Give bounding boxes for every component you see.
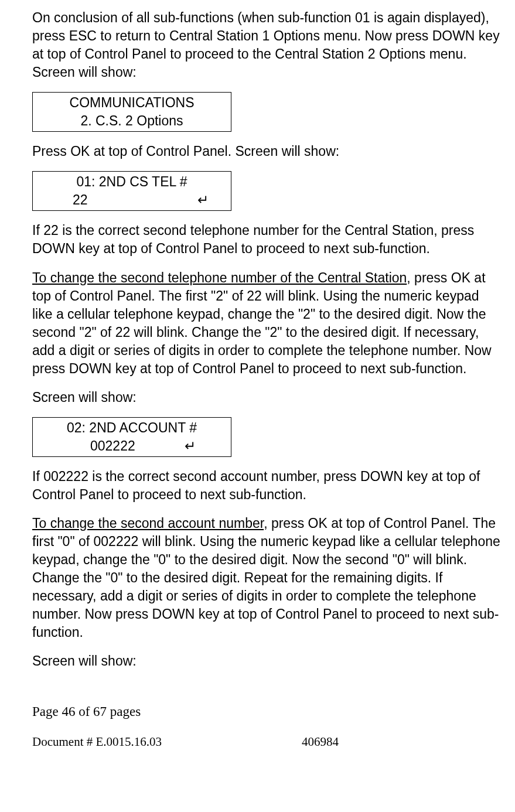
document-info-row: Document # E.0015.16.03 406984 xyxy=(32,733,500,750)
lcd-value: 22 xyxy=(73,191,88,209)
paragraph: If 22 is the correct second telephone nu… xyxy=(32,221,500,258)
underlined-heading: To change the second telephone number of… xyxy=(32,270,407,285)
underlined-heading: To change the second account number xyxy=(32,516,264,531)
paragraph-text: , press OK at top of Control Panel. The … xyxy=(32,270,492,376)
lcd-display-account: 02: 2ND ACCOUNT # 002222 ↵ xyxy=(32,417,231,457)
return-icon: ↵ xyxy=(197,191,209,209)
document-number: Document # E.0015.16.03 xyxy=(32,733,302,750)
paragraph: On conclusion of all sub-functions (when… xyxy=(32,9,500,81)
lcd-line: 02: 2ND ACCOUNT # xyxy=(33,419,231,437)
lcd-display-tel: 01: 2ND CS TEL # 22 ↵ xyxy=(32,171,231,211)
lcd-line: 01: 2ND CS TEL # xyxy=(33,173,231,191)
doc-id: 406984 xyxy=(302,733,339,750)
lcd-display-communications: COMMUNICATIONS 2. C.S. 2 Options xyxy=(32,92,231,132)
lcd-line: 2. C.S. 2 Options xyxy=(33,112,231,130)
paragraph: Screen will show: xyxy=(32,652,500,670)
paragraph: To change the second account number, pre… xyxy=(32,514,500,642)
page-footer: Page 46 of 67 pages Document # E.0015.16… xyxy=(32,702,500,750)
lcd-row: 002222 ↵ xyxy=(33,437,231,455)
return-icon: ↵ xyxy=(185,437,196,455)
lcd-row: 22 ↵ xyxy=(33,191,231,209)
paragraph: Press OK at top of Control Panel. Screen… xyxy=(32,142,500,161)
page-number: Page 46 of 67 pages xyxy=(32,702,500,721)
lcd-value: 002222 xyxy=(90,437,135,455)
paragraph: To change the second telephone number of… xyxy=(32,269,500,378)
paragraph-text: , press OK at top of Control Panel. The … xyxy=(32,516,500,640)
paragraph: If 002222 is the correct second account … xyxy=(32,468,500,504)
paragraph: Screen will show: xyxy=(32,388,500,407)
lcd-line: COMMUNICATIONS xyxy=(33,94,231,112)
